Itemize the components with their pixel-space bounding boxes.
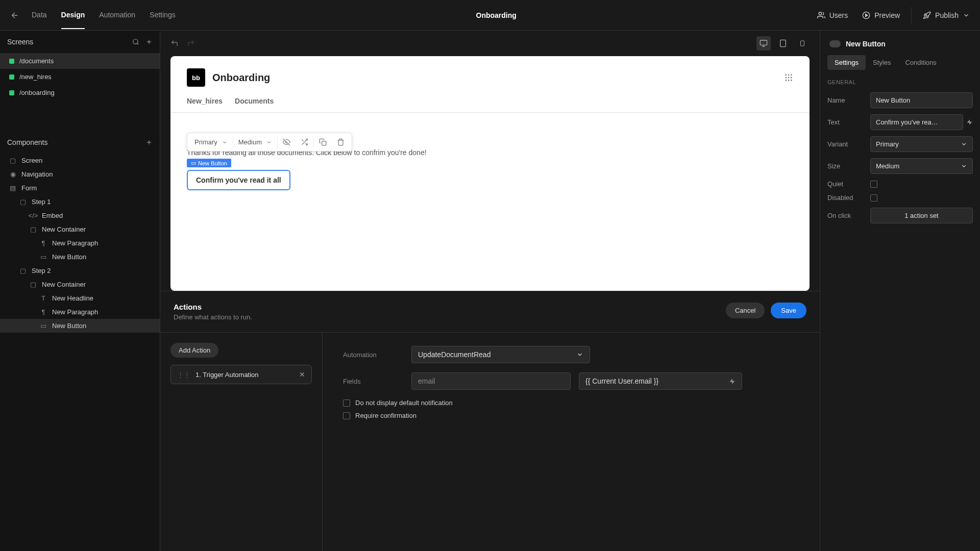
save-button[interactable]: Save bbox=[771, 303, 806, 318]
device-desktop[interactable] bbox=[756, 36, 771, 51]
svg-point-23 bbox=[791, 80, 792, 81]
step-icon: ▢ bbox=[19, 267, 27, 274]
canvas-nav-new-hires[interactable]: New_hires bbox=[187, 97, 223, 112]
screen-dot-icon bbox=[9, 90, 14, 95]
tree-container2[interactable]: ▢New Container bbox=[0, 278, 160, 291]
preview-button[interactable]: Preview bbox=[862, 11, 900, 19]
center-column: bb Onboarding New_hires Documents Primar… bbox=[160, 31, 820, 551]
form-icon: ▤ bbox=[9, 185, 16, 192]
random-icon[interactable] bbox=[296, 135, 313, 149]
action-item[interactable]: ⋮⋮ 1. Trigger Automation ✕ bbox=[170, 365, 312, 384]
users-button[interactable]: Users bbox=[817, 11, 848, 19]
tree-button2[interactable]: ▭New Button bbox=[0, 319, 160, 333]
add-component-icon[interactable] bbox=[145, 139, 153, 146]
field-value-input[interactable]: {{ Current User.email }} bbox=[579, 372, 742, 390]
tree-label: Navigation bbox=[21, 170, 53, 178]
cancel-button[interactable]: Cancel bbox=[726, 303, 765, 318]
tree-label: Step 2 bbox=[32, 267, 51, 274]
device-tablet[interactable] bbox=[776, 36, 790, 51]
grid-menu-icon[interactable] bbox=[784, 73, 793, 82]
screen-dot-icon bbox=[9, 74, 14, 80]
copy-icon[interactable] bbox=[314, 135, 332, 149]
tree-screen[interactable]: ▢Screen bbox=[0, 154, 160, 167]
tab-conditions[interactable]: Conditions bbox=[898, 55, 943, 70]
screen-documents[interactable]: /documents bbox=[0, 53, 160, 69]
add-action-button[interactable]: Add Action bbox=[170, 343, 218, 358]
tree-navigation[interactable]: ◉Navigation bbox=[0, 167, 160, 181]
redo-button[interactable] bbox=[187, 39, 195, 47]
variant-select[interactable]: Primary bbox=[189, 135, 233, 149]
screen-onboarding[interactable]: /onboarding bbox=[0, 85, 160, 101]
onclick-button[interactable]: 1 action set bbox=[870, 208, 973, 223]
size-label: Size bbox=[827, 162, 870, 170]
svg-point-21 bbox=[785, 80, 787, 81]
topbar-right: Users Preview Publish bbox=[817, 7, 970, 23]
nav-data[interactable]: Data bbox=[32, 11, 47, 29]
text-input[interactable]: Confirm you've rea… bbox=[870, 114, 963, 130]
tree-paragraph2[interactable]: ¶New Paragraph bbox=[0, 305, 160, 319]
svg-line-4 bbox=[137, 43, 139, 45]
tree-step1[interactable]: ▢Step 1 bbox=[0, 195, 160, 209]
confirm-button[interactable]: Confirm you've read it all bbox=[187, 170, 290, 190]
actions-body: Add Action ⋮⋮ 1. Trigger Automation ✕ Au… bbox=[160, 332, 820, 551]
tree-label: New Paragraph bbox=[52, 308, 98, 316]
automation-select[interactable]: UpdateDocumentRead bbox=[411, 346, 590, 363]
automation-label: Automation bbox=[343, 351, 411, 359]
require-confirm-checkbox-row[interactable]: Require confirmation bbox=[343, 412, 799, 419]
remove-action-icon[interactable]: ✕ bbox=[299, 370, 305, 379]
tree-paragraph1[interactable]: ¶New Paragraph bbox=[0, 236, 160, 250]
topbar-left: Data Design Automation Settings bbox=[10, 11, 176, 20]
search-icon[interactable] bbox=[132, 38, 139, 45]
paragraph-icon: ¶ bbox=[40, 240, 47, 247]
undo-button[interactable] bbox=[170, 39, 179, 47]
screen-new-hires[interactable]: /new_hires bbox=[0, 69, 160, 85]
drag-handle-icon[interactable]: ⋮⋮ bbox=[177, 371, 190, 379]
bolt-icon[interactable] bbox=[729, 378, 736, 385]
back-button[interactable] bbox=[10, 11, 19, 20]
disabled-checkbox[interactable] bbox=[870, 194, 877, 202]
variant-select[interactable]: Primary bbox=[870, 136, 973, 152]
quiet-checkbox[interactable] bbox=[870, 181, 877, 188]
bolt-icon[interactable] bbox=[966, 119, 973, 126]
arrow-left-icon bbox=[10, 11, 19, 20]
tab-styles[interactable]: Styles bbox=[866, 55, 898, 70]
tree-headline[interactable]: TNew Headline bbox=[0, 291, 160, 305]
checkbox[interactable] bbox=[343, 399, 350, 407]
svg-point-20 bbox=[791, 77, 792, 79]
actions-subtitle: Define what actions to run. bbox=[174, 313, 252, 321]
tree-button1[interactable]: ▭New Button bbox=[0, 250, 160, 264]
brand-logo: bb bbox=[187, 68, 205, 87]
svg-point-3 bbox=[133, 39, 138, 44]
svg-point-16 bbox=[788, 74, 790, 76]
nav-settings[interactable]: Settings bbox=[150, 11, 176, 29]
tab-settings[interactable]: Settings bbox=[827, 55, 866, 70]
nav-automation[interactable]: Automation bbox=[99, 11, 135, 29]
variant-label: Primary bbox=[194, 138, 217, 146]
svg-point-19 bbox=[788, 77, 790, 79]
add-screen-icon[interactable] bbox=[145, 38, 153, 45]
tree-label: Form bbox=[21, 184, 37, 192]
topbar: Data Design Automation Settings Onboardi… bbox=[0, 0, 980, 31]
disabled-label: Disabled bbox=[827, 194, 870, 202]
publish-button[interactable]: Publish bbox=[923, 11, 970, 19]
tree-form[interactable]: ▤Form bbox=[0, 181, 160, 195]
container-icon: ▢ bbox=[30, 226, 37, 233]
checkbox[interactable] bbox=[343, 412, 350, 419]
tree-container1[interactable]: ▢New Container bbox=[0, 222, 160, 236]
canvas-nav-documents[interactable]: Documents bbox=[235, 97, 274, 112]
tree-embed[interactable]: </>Embed bbox=[0, 209, 160, 222]
field-name-input[interactable]: email bbox=[411, 372, 571, 390]
screen-icon: ▢ bbox=[9, 157, 16, 164]
no-notif-checkbox-row[interactable]: Do not display default notification bbox=[343, 399, 799, 407]
name-input[interactable]: New Button bbox=[870, 92, 973, 108]
size-select[interactable]: Medium bbox=[233, 135, 278, 149]
tree-step2[interactable]: ▢Step 2 bbox=[0, 264, 160, 278]
device-mobile[interactable] bbox=[795, 36, 810, 51]
tree-label: New Paragraph bbox=[52, 239, 98, 247]
size-select[interactable]: Medium bbox=[870, 158, 973, 174]
nav-design[interactable]: Design bbox=[61, 11, 85, 29]
tree-label: New Container bbox=[42, 226, 86, 233]
svg-point-22 bbox=[788, 80, 790, 81]
hide-icon[interactable] bbox=[278, 135, 296, 149]
delete-icon[interactable] bbox=[332, 135, 350, 149]
